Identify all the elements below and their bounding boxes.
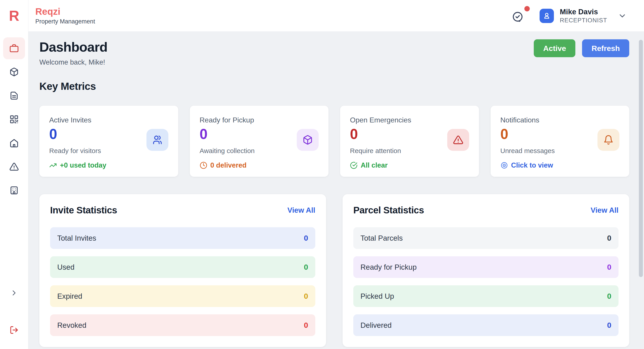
- metric-trend: +0 used today: [49, 161, 106, 169]
- bell-icon-glyph: [603, 135, 614, 145]
- chevron-right-icon: [10, 289, 18, 297]
- stat-row-used: Used 0: [50, 256, 315, 278]
- users-icon-glyph: [152, 135, 162, 145]
- vertical-scrollbar[interactable]: [639, 40, 643, 277]
- metric-trend: 0 delivered: [200, 161, 255, 169]
- logout-icon: [10, 326, 18, 335]
- clock-icon: [200, 162, 207, 169]
- metric-title: Notifications: [500, 116, 555, 124]
- active-status-button[interactable]: Active: [534, 39, 575, 57]
- metric-value: 0: [200, 127, 255, 141]
- sidebar: R: [0, 0, 28, 349]
- user-role: RECEPTIONIST: [560, 17, 607, 24]
- invite-stat-rows: Total Invites 0 Used 0 Expired 0 Revoked…: [50, 227, 315, 336]
- metric-trend-label: Click to view: [511, 161, 553, 169]
- panel-header: Parcel Statistics View All: [353, 205, 618, 216]
- bell-icon: [598, 129, 620, 151]
- invite-statistics-panel: Invite Statistics View All Total Invites…: [39, 194, 326, 347]
- qr-code-icon: [10, 115, 19, 124]
- package-icon-glyph: [302, 135, 313, 145]
- metric-trend-label: All clear: [361, 161, 388, 169]
- metric-card-active-invites: Active Invites 0 Ready for visitors +0 u…: [39, 106, 178, 177]
- metric-subtitle: Awaiting collection: [200, 147, 255, 155]
- stat-row-ready-for-pickup: Ready for Pickup 0: [353, 256, 618, 278]
- panel-title: Parcel Statistics: [353, 205, 424, 216]
- signature-check-icon: [512, 11, 524, 22]
- sidebar-item-home[interactable]: [3, 132, 25, 154]
- metric-trend-label: 0 delivered: [210, 161, 247, 169]
- brand-name: Reqzi: [35, 6, 95, 17]
- top-header: Reqzi Property Management Mike Davis REC…: [28, 0, 644, 32]
- metric-card-body: Notifications 0 Unread messages Click to…: [500, 116, 555, 166]
- stat-row-label: Total Invites: [57, 234, 96, 242]
- user-info: Mike Davis RECEPTIONIST: [560, 7, 607, 24]
- stat-row-total-parcels: Total Parcels 0: [353, 227, 618, 249]
- metric-card-notifications[interactable]: Notifications 0 Unread messages Click to…: [490, 106, 630, 177]
- page-title-row: Dashboard Welcome back, Mike! Active Ref…: [39, 39, 629, 66]
- app-logo: R: [0, 0, 28, 32]
- metric-trend[interactable]: Click to view: [500, 161, 555, 169]
- invite-view-all-link[interactable]: View All: [287, 206, 315, 215]
- metric-subtitle: Ready for visitors: [49, 147, 106, 155]
- sidebar-item-parcels[interactable]: [3, 61, 25, 83]
- stat-row-expired: Expired 0: [50, 285, 315, 307]
- stat-row-delivered: Delivered 0: [353, 314, 618, 336]
- user-icon: [542, 11, 551, 20]
- users-icon: [146, 129, 168, 151]
- metric-trend: All clear: [350, 161, 411, 169]
- stat-row-value: 0: [607, 234, 611, 242]
- stat-row-label: Expired: [57, 292, 82, 301]
- stat-row-revoked: Revoked 0: [50, 314, 315, 336]
- parcel-statistics-panel: Parcel Statistics View All Total Parcels…: [342, 194, 629, 347]
- header-right-cluster: Mike Davis RECEPTIONIST: [512, 7, 627, 24]
- metric-title: Open Emergencies: [350, 116, 411, 124]
- parcel-stat-rows: Total Parcels 0 Ready for Pickup 0 Picke…: [353, 227, 618, 336]
- sidebar-item-dashboard[interactable]: [3, 37, 25, 59]
- metric-trend-label: +0 used today: [60, 161, 106, 169]
- logout-button[interactable]: [6, 322, 22, 338]
- stat-row-total-invites: Total Invites 0: [50, 227, 315, 249]
- sidebar-expand-button[interactable]: [6, 285, 22, 301]
- page-subtitle: Welcome back, Mike!: [39, 58, 107, 66]
- sidebar-item-properties[interactable]: [3, 179, 25, 201]
- brand-block: Reqzi Property Management: [35, 6, 95, 25]
- sidebar-bottom: [6, 285, 22, 349]
- brand-tagline: Property Management: [35, 18, 95, 25]
- stat-row-value: 0: [304, 263, 308, 272]
- stat-row-value: 0: [607, 292, 611, 301]
- sidebar-item-emergencies[interactable]: [3, 156, 25, 178]
- metric-title: Active Invites: [49, 116, 106, 124]
- sidebar-item-documents[interactable]: [3, 85, 25, 107]
- eye-icon: [500, 162, 508, 169]
- logo-letter: R: [9, 9, 19, 23]
- stat-row-label: Total Parcels: [360, 234, 403, 242]
- metric-subtitle: Require attention: [350, 147, 411, 155]
- key-metrics-heading: Key Metrics: [39, 80, 629, 92]
- sidebar-item-qr-codes[interactable]: [3, 108, 25, 130]
- statistics-panels: Invite Statistics View All Total Invites…: [39, 194, 629, 347]
- metric-card-body: Active Invites 0 Ready for visitors +0 u…: [49, 116, 106, 166]
- stat-row-value: 0: [304, 292, 308, 301]
- stat-row-value: 0: [304, 321, 308, 330]
- stat-row-value: 0: [607, 263, 611, 272]
- user-name: Mike Davis: [560, 7, 607, 16]
- metric-value: 0: [49, 127, 106, 141]
- building-icon: [10, 186, 19, 195]
- avatar[interactable]: [540, 9, 554, 23]
- alert-triangle-icon: [10, 162, 19, 171]
- parcel-view-all-link[interactable]: View All: [590, 206, 618, 215]
- page-title-block: Dashboard Welcome back, Mike!: [39, 39, 107, 66]
- metric-cards: Active Invites 0 Ready for visitors +0 u…: [39, 106, 629, 177]
- stat-row-label: Delivered: [360, 321, 392, 330]
- refresh-button[interactable]: Refresh: [582, 39, 629, 57]
- chevron-down-icon: [618, 11, 627, 20]
- stat-row-label: Revoked: [57, 321, 86, 330]
- metric-title: Ready for Pickup: [200, 116, 255, 124]
- notification-dot: [524, 6, 530, 11]
- alert-triangle-icon: [447, 129, 469, 151]
- briefcase-icon: [10, 43, 19, 53]
- approvals-button[interactable]: [512, 9, 526, 23]
- home-icon: [10, 138, 19, 148]
- user-menu-button[interactable]: [618, 11, 627, 20]
- panel-header: Invite Statistics View All: [50, 205, 315, 216]
